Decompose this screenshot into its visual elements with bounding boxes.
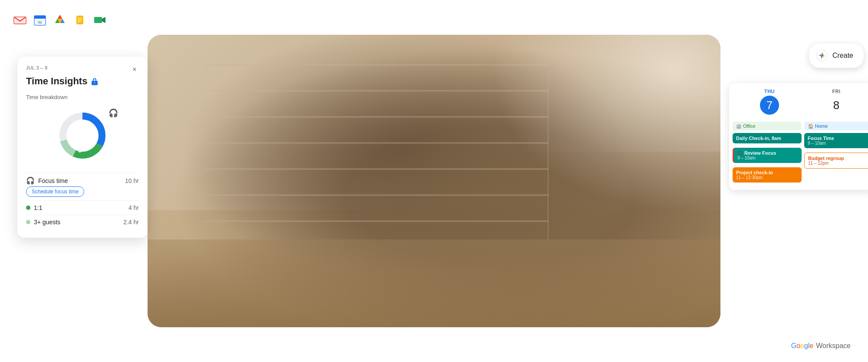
svg-rect-25 [79, 149, 81, 152]
main-content: JUL 3 – 9 × Time Insights Time breakdown [78, 35, 790, 327]
budget-regroup-title: Budget regroup [808, 156, 868, 161]
fri-label: FRI [832, 89, 840, 94]
fri-events-col: Focus Time 9 – 10am Budget regroup 11 – … [804, 133, 868, 185]
create-button[interactable]: Create [809, 43, 864, 68]
svg-rect-5 [34, 18, 46, 19]
g-letter-blue2: g [804, 342, 808, 349]
photo-container [148, 35, 720, 327]
one-on-one-row: 1:1 4 hr [26, 200, 139, 215]
daily-checkin-event[interactable]: Daily Check-in, 8am [733, 133, 802, 143]
project-checkin-time: 11 – 12:30pm [736, 175, 798, 180]
donut-chart-container: 🎧 [26, 107, 139, 164]
fri-column: FRI 8 [803, 89, 868, 115]
home-icon: 🏠 [808, 124, 813, 129]
svg-text:31: 31 [38, 20, 42, 24]
one-on-one-label: 1:1 [34, 204, 42, 211]
focus-time-label: Focus time [38, 177, 68, 184]
light-green-dot [26, 220, 30, 224]
fri-num[interactable]: 8 [827, 96, 846, 115]
thu-num[interactable]: 7 [760, 96, 779, 115]
date-range-label: JUL 3 – 9 [26, 65, 47, 70]
desk-surface [148, 239, 720, 327]
focus-time-section: 🎧 Focus time 10 hr Schedule focus time [26, 173, 139, 200]
budget-regroup-event[interactable]: Budget regroup 11 – 12pm [804, 153, 868, 169]
focus-time-time: 9 – 10am [808, 141, 868, 146]
close-button[interactable]: × [130, 65, 139, 74]
review-headphones-icon: 🎧 [737, 151, 743, 156]
gmail-icon[interactable] [12, 12, 28, 28]
project-checkin-title: Project check-in [736, 170, 798, 175]
location-row: 🏢 Office 🏠 Home [733, 122, 868, 130]
focus-time-event[interactable]: Focus Time 9 – 10am [804, 133, 868, 148]
review-focus-time: 9 – 10am [737, 156, 798, 160]
thu-label: THU [764, 89, 775, 94]
focus-headphones-icon: 🎧 [26, 176, 35, 185]
focus-time-row: 🎧 Focus time 10 hr [26, 176, 139, 185]
review-focus-title: Review Focus [744, 150, 776, 156]
guests-row: 3+ guests 2.4 hr [26, 215, 139, 229]
home-label: Home [815, 123, 828, 129]
lock-icon [91, 77, 99, 85]
focus-time-value: 10 hr [125, 177, 139, 184]
g-letter-red: o [796, 342, 800, 349]
google-logo-text: Google [791, 342, 814, 350]
focus-time-title: Focus Time [808, 136, 868, 141]
card-title-row: Time Insights [26, 76, 139, 87]
svg-rect-20 [94, 17, 102, 23]
one-on-one-value: 4 hr [128, 204, 139, 211]
app-icons-bar: 31 [12, 12, 108, 28]
guests-label: 3+ guests [34, 219, 60, 226]
time-breakdown-label: Time breakdown [26, 94, 139, 100]
schedule-focus-time-button[interactable]: Schedule focus time [26, 186, 84, 197]
calendar-grid: THU 7 FRI 8 🏢 Office 🏠 [729, 83, 868, 190]
g-letter-blue: G [791, 342, 796, 349]
create-plus-icon [816, 50, 828, 62]
svg-rect-0 [12, 12, 28, 28]
meet-icon[interactable] [92, 12, 108, 28]
card-title: Time Insights [26, 76, 87, 87]
guests-value: 2.4 hr [123, 219, 139, 226]
headphones-badge: 🎧 [108, 108, 118, 118]
office-label: Office [743, 123, 756, 129]
office-icon: 🏢 [736, 124, 741, 129]
office-badge: 🏢 Office [733, 122, 801, 130]
keep-icon[interactable] [72, 12, 88, 28]
donut-chart [54, 107, 111, 164]
calendar-icon[interactable]: 31 [32, 12, 48, 28]
one-on-one-left: 1:1 [26, 204, 42, 211]
thu-column: THU 7 [736, 89, 803, 115]
window-light [491, 35, 720, 210]
daily-checkin-title: Daily Check-in, 8am [736, 136, 798, 141]
home-badge: 🏠 Home [805, 122, 868, 130]
drive-icon[interactable] [52, 12, 68, 28]
create-label: Create [832, 52, 853, 60]
card-header: JUL 3 – 9 × [26, 65, 139, 74]
green-dot [26, 206, 30, 210]
events-two-col: Daily Check-in, 8am 🎧 Review Focus 9 – 1… [733, 133, 868, 185]
g-letter-yellow: o [800, 342, 804, 349]
review-focus-event[interactable]: 🎧 Review Focus 9 – 10am [733, 148, 802, 163]
thu-events-col: Daily Check-in, 8am 🎧 Review Focus 9 – 1… [733, 133, 802, 185]
g-letter-red2: e [809, 342, 813, 349]
calendar-panel: Create THU 7 FRI 8 🏢 [729, 43, 868, 190]
guests-left: 3+ guests [26, 219, 60, 226]
calendar-header: THU 7 FRI 8 [729, 83, 868, 118]
calendar-events: 🏢 Office 🏠 Home Daily Check-in, 8am [729, 118, 868, 190]
workspace-label: Workspace [816, 342, 851, 350]
google-workspace-brand: Google Workspace [791, 342, 851, 350]
budget-regroup-time: 11 – 12pm [808, 161, 868, 166]
project-checkin-event[interactable]: Project check-in 11 – 12:30pm [733, 167, 802, 183]
time-insights-card: JUL 3 – 9 × Time Insights Time breakdown [17, 56, 148, 238]
